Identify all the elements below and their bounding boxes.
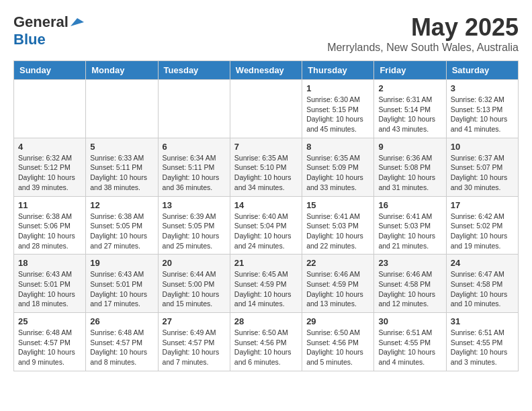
weekday-header-wednesday: Wednesday — [230, 61, 302, 80]
calendar-cell: 19Sunrise: 6:43 AMSunset: 5:01 PMDayligh… — [86, 255, 158, 313]
weekday-header-friday: Friday — [374, 61, 446, 80]
month-title: May 2025 — [327, 13, 519, 42]
calendar-cell: 25Sunrise: 6:48 AMSunset: 4:57 PMDayligh… — [14, 313, 86, 371]
day-info: Sunrise: 6:32 AMSunset: 5:12 PMDaylight:… — [18, 153, 81, 193]
calendar-cell: 9Sunrise: 6:36 AMSunset: 5:08 PMDaylight… — [374, 138, 446, 196]
day-info: Sunrise: 6:41 AMSunset: 5:03 PMDaylight:… — [378, 212, 441, 251]
location-title: Merrylands, New South Wales, Australia — [327, 42, 519, 54]
day-number: 8 — [306, 142, 369, 152]
day-number: 3 — [451, 83, 514, 93]
day-info: Sunrise: 6:40 AMSunset: 5:04 PMDaylight:… — [234, 212, 298, 251]
day-info: Sunrise: 6:43 AMSunset: 5:01 PMDaylight:… — [18, 269, 81, 309]
calendar-table: SundayMondayTuesdayWednesdayThursdayFrid… — [13, 60, 519, 371]
day-number: 20 — [163, 258, 226, 268]
day-number: 30 — [378, 316, 441, 326]
day-number: 2 — [378, 83, 441, 93]
calendar-cell: 7Sunrise: 6:35 AMSunset: 5:10 PMDaylight… — [230, 138, 302, 196]
day-info: Sunrise: 6:38 AMSunset: 5:06 PMDaylight:… — [18, 212, 81, 251]
day-info: Sunrise: 6:46 AMSunset: 4:58 PMDaylight:… — [378, 269, 441, 309]
weekday-header-saturday: Saturday — [446, 61, 518, 80]
calendar-cell: 15Sunrise: 6:41 AMSunset: 5:03 PMDayligh… — [302, 196, 374, 255]
day-number: 29 — [306, 316, 369, 326]
day-number: 24 — [451, 258, 514, 268]
day-number: 27 — [163, 316, 226, 326]
calendar-cell: 10Sunrise: 6:37 AMSunset: 5:07 PMDayligh… — [446, 138, 518, 196]
calendar-cell — [158, 80, 230, 138]
calendar-week-row: 25Sunrise: 6:48 AMSunset: 4:57 PMDayligh… — [14, 313, 519, 371]
calendar-cell: 27Sunrise: 6:49 AMSunset: 4:57 PMDayligh… — [158, 313, 230, 371]
day-number: 21 — [234, 258, 298, 268]
calendar-cell: 4Sunrise: 6:32 AMSunset: 5:12 PMDaylight… — [14, 138, 86, 196]
day-info: Sunrise: 6:33 AMSunset: 5:11 PMDaylight:… — [90, 153, 153, 193]
calendar-header-row: SundayMondayTuesdayWednesdayThursdayFrid… — [14, 61, 519, 80]
calendar-cell: 29Sunrise: 6:50 AMSunset: 4:56 PMDayligh… — [302, 313, 374, 371]
day-number: 15 — [306, 200, 369, 210]
day-number: 17 — [451, 200, 514, 210]
day-number: 23 — [378, 258, 441, 268]
calendar-week-row: 4Sunrise: 6:32 AMSunset: 5:12 PMDaylight… — [14, 138, 519, 196]
calendar-cell: 11Sunrise: 6:38 AMSunset: 5:06 PMDayligh… — [14, 196, 86, 255]
calendar-cell: 5Sunrise: 6:33 AMSunset: 5:11 PMDaylight… — [86, 138, 158, 196]
day-number: 11 — [18, 200, 81, 210]
day-number: 19 — [90, 258, 153, 268]
calendar-cell — [230, 80, 302, 138]
day-info: Sunrise: 6:39 AMSunset: 5:05 PMDaylight:… — [163, 212, 226, 251]
calendar-cell: 28Sunrise: 6:50 AMSunset: 4:56 PMDayligh… — [230, 313, 302, 371]
day-info: Sunrise: 6:36 AMSunset: 5:08 PMDaylight:… — [378, 153, 441, 193]
day-info: Sunrise: 6:32 AMSunset: 5:13 PMDaylight:… — [451, 95, 514, 134]
page-header: General Blue May 2025 Merrylands, New So… — [13, 13, 519, 54]
day-info: Sunrise: 6:45 AMSunset: 4:59 PMDaylight:… — [234, 269, 298, 309]
day-number: 4 — [18, 142, 81, 152]
logo-general: General — [13, 13, 69, 31]
calendar-cell: 16Sunrise: 6:41 AMSunset: 5:03 PMDayligh… — [374, 196, 446, 255]
day-info: Sunrise: 6:51 AMSunset: 4:55 PMDaylight:… — [451, 328, 514, 367]
calendar-week-row: 11Sunrise: 6:38 AMSunset: 5:06 PMDayligh… — [14, 196, 519, 255]
calendar-cell: 18Sunrise: 6:43 AMSunset: 5:01 PMDayligh… — [14, 255, 86, 313]
day-info: Sunrise: 6:44 AMSunset: 5:00 PMDaylight:… — [163, 269, 226, 309]
day-info: Sunrise: 6:50 AMSunset: 4:56 PMDaylight:… — [234, 328, 298, 367]
day-number: 18 — [18, 258, 81, 268]
day-info: Sunrise: 6:46 AMSunset: 4:59 PMDaylight:… — [306, 269, 369, 309]
calendar-cell: 23Sunrise: 6:46 AMSunset: 4:58 PMDayligh… — [374, 255, 446, 313]
day-info: Sunrise: 6:37 AMSunset: 5:07 PMDaylight:… — [451, 153, 514, 193]
calendar-cell: 20Sunrise: 6:44 AMSunset: 5:00 PMDayligh… — [158, 255, 230, 313]
calendar-cell: 1Sunrise: 6:30 AMSunset: 5:15 PMDaylight… — [302, 80, 374, 138]
day-info: Sunrise: 6:30 AMSunset: 5:15 PMDaylight:… — [306, 95, 369, 134]
calendar-cell — [86, 80, 158, 138]
calendar-cell: 13Sunrise: 6:39 AMSunset: 5:05 PMDayligh… — [158, 196, 230, 255]
day-info: Sunrise: 6:47 AMSunset: 4:58 PMDaylight:… — [451, 269, 514, 309]
day-number: 28 — [234, 316, 298, 326]
day-info: Sunrise: 6:38 AMSunset: 5:05 PMDaylight:… — [90, 212, 153, 251]
calendar-week-row: 1Sunrise: 6:30 AMSunset: 5:15 PMDaylight… — [14, 80, 519, 138]
calendar-cell: 22Sunrise: 6:46 AMSunset: 4:59 PMDayligh… — [302, 255, 374, 313]
calendar-cell: 14Sunrise: 6:40 AMSunset: 5:04 PMDayligh… — [230, 196, 302, 255]
calendar-cell: 26Sunrise: 6:48 AMSunset: 4:57 PMDayligh… — [86, 313, 158, 371]
day-info: Sunrise: 6:31 AMSunset: 5:14 PMDaylight:… — [378, 95, 441, 134]
day-info: Sunrise: 6:42 AMSunset: 5:02 PMDaylight:… — [451, 212, 514, 251]
day-info: Sunrise: 6:50 AMSunset: 4:56 PMDaylight:… — [306, 328, 369, 367]
day-info: Sunrise: 6:35 AMSunset: 5:10 PMDaylight:… — [234, 153, 298, 193]
calendar-cell: 6Sunrise: 6:34 AMSunset: 5:11 PMDaylight… — [158, 138, 230, 196]
day-number: 14 — [234, 200, 298, 210]
day-number: 7 — [234, 142, 298, 152]
title-section: May 2025 Merrylands, New South Wales, Au… — [327, 13, 519, 54]
calendar-cell: 2Sunrise: 6:31 AMSunset: 5:14 PMDaylight… — [374, 80, 446, 138]
weekday-header-tuesday: Tuesday — [158, 61, 230, 80]
weekday-header-sunday: Sunday — [14, 61, 86, 80]
day-info: Sunrise: 6:51 AMSunset: 4:55 PMDaylight:… — [378, 328, 441, 367]
calendar-cell: 21Sunrise: 6:45 AMSunset: 4:59 PMDayligh… — [230, 255, 302, 313]
weekday-header-monday: Monday — [86, 61, 158, 80]
day-number: 10 — [451, 142, 514, 152]
day-info: Sunrise: 6:34 AMSunset: 5:11 PMDaylight:… — [163, 153, 226, 193]
day-info: Sunrise: 6:43 AMSunset: 5:01 PMDaylight:… — [90, 269, 153, 309]
day-number: 1 — [306, 83, 369, 93]
day-number: 6 — [163, 142, 226, 152]
calendar-cell: 3Sunrise: 6:32 AMSunset: 5:13 PMDaylight… — [446, 80, 518, 138]
day-number: 5 — [90, 142, 153, 152]
day-number: 31 — [451, 316, 514, 326]
logo: General Blue — [13, 13, 85, 48]
calendar-cell: 30Sunrise: 6:51 AMSunset: 4:55 PMDayligh… — [374, 313, 446, 371]
day-number: 12 — [90, 200, 153, 210]
day-number: 25 — [18, 316, 81, 326]
day-number: 26 — [90, 316, 153, 326]
